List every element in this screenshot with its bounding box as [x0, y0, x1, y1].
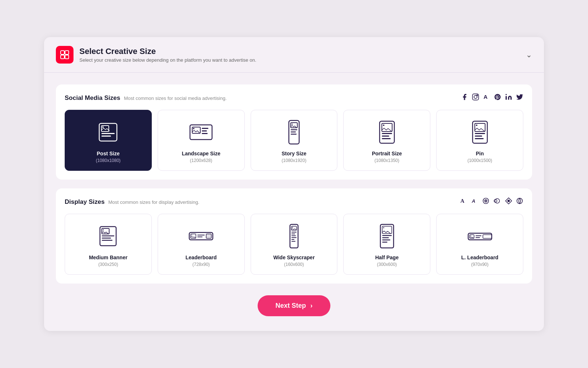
svg-rect-51 — [102, 238, 111, 239]
colombia-icon — [516, 197, 523, 206]
svg-point-44 — [494, 199, 497, 202]
landscape-size-card[interactable]: Landscape Size (1200x628) — [158, 110, 245, 171]
goal-icon — [482, 197, 490, 206]
svg-point-6 — [477, 95, 478, 96]
l-leaderboard-card[interactable]: L. Leaderboard (970x90) — [436, 214, 523, 275]
svg-rect-19 — [202, 133, 208, 134]
svg-point-45 — [508, 200, 510, 202]
svg-rect-57 — [197, 237, 202, 237]
pin-size-icon — [467, 119, 493, 145]
portrait-size-dims: (1080x1350) — [374, 158, 399, 163]
svg-rect-1 — [65, 51, 69, 54]
medium-banner-dims: (300x250) — [98, 262, 118, 267]
half-page-card[interactable]: Half Page (300x600) — [343, 214, 430, 275]
page-title: Select Creative Size — [79, 47, 256, 56]
social-section-subtitle: Most common sizes for social media adver… — [124, 95, 227, 101]
svg-point-5 — [474, 95, 477, 98]
adroll-a2-icon: A — [471, 197, 478, 206]
social-section-title: Social Media Sizes — [65, 94, 120, 102]
header-left: Select Creative Size Select your creativ… — [56, 46, 256, 64]
next-step-label: Next Step — [275, 302, 306, 310]
story-size-dims: (1080x1920) — [282, 158, 306, 163]
display-size-grid: Medium Banner (300x250) — [65, 214, 523, 275]
instagram-icon — [472, 93, 479, 102]
svg-point-11 — [102, 126, 104, 128]
svg-point-78 — [470, 235, 471, 236]
creative-size-icon — [56, 46, 74, 64]
svg-point-46 — [517, 198, 523, 204]
wide-skyscraper-dims: (160x600) — [284, 262, 304, 267]
medium-banner-name: Medium Banner — [89, 255, 128, 260]
svg-rect-17 — [202, 128, 208, 129]
svg-point-62 — [292, 227, 293, 228]
next-step-button[interactable]: Next Step › — [258, 295, 330, 316]
l-leaderboard-name: L. Leaderboard — [461, 255, 498, 260]
next-step-container: Next Step › — [56, 295, 532, 316]
criteo-icon — [493, 197, 501, 206]
wide-skyscraper-icon — [281, 223, 307, 249]
adroll-display-icon: A — [460, 197, 467, 206]
post-size-icon — [95, 119, 121, 145]
display-section-title: Display Sizes — [65, 198, 105, 206]
leaderboard-card[interactable]: Leaderboard (728x90) — [158, 214, 245, 275]
svg-rect-29 — [382, 133, 392, 134]
wide-skyscraper-name: Wide Skyscraper — [273, 255, 315, 260]
svg-rect-21 — [291, 123, 297, 128]
post-size-dims: (1080x1080) — [96, 158, 121, 163]
l-leaderboard-dims: (970x90) — [471, 262, 488, 267]
display-platform-icons: A A — [460, 197, 523, 206]
portrait-size-name: Portrait Size — [372, 151, 402, 156]
social-section-header: Social Media Sizes Most common sizes for… — [65, 93, 523, 102]
post-size-card[interactable]: Post Size (1080x1080) — [65, 110, 152, 171]
svg-text:A: A — [460, 198, 465, 204]
svg-rect-3 — [65, 55, 69, 59]
svg-rect-63 — [291, 232, 297, 232]
svg-point-22 — [291, 124, 293, 125]
svg-point-55 — [191, 235, 192, 235]
linkedin-icon — [505, 93, 512, 102]
svg-rect-75 — [382, 242, 387, 243]
svg-rect-79 — [476, 235, 481, 236]
svg-rect-52 — [102, 240, 112, 241]
landscape-size-dims: (1200x628) — [190, 158, 212, 163]
svg-rect-74 — [382, 239, 390, 241]
portrait-size-card[interactable]: Portrait Size (1080x1350) — [343, 110, 430, 171]
svg-rect-36 — [475, 136, 482, 137]
svg-point-49 — [103, 230, 104, 231]
portrait-size-icon — [374, 119, 400, 145]
social-platform-icons: A — [461, 93, 523, 102]
svg-text:A: A — [484, 94, 488, 100]
svg-rect-72 — [382, 235, 392, 236]
svg-point-71 — [383, 227, 384, 228]
landscape-size-name: Landscape Size — [182, 151, 220, 156]
display-section-header: Display Sizes Most common sizes for disp… — [65, 197, 523, 206]
medium-banner-card[interactable]: Medium Banner (300x250) — [65, 214, 152, 275]
svg-rect-31 — [382, 138, 391, 139]
svg-rect-64 — [291, 234, 295, 234]
pinterest-icon — [494, 93, 501, 102]
svg-rect-24 — [291, 131, 296, 133]
collapse-chevron[interactable]: ⌄ — [526, 50, 532, 59]
svg-point-16 — [193, 128, 194, 129]
next-step-arrow-icon: › — [311, 302, 313, 310]
page-subtitle: Select your creative size below dependin… — [79, 57, 256, 63]
svg-rect-30 — [382, 136, 389, 137]
pin-size-card[interactable]: Pin (1000x1500) — [436, 110, 523, 171]
svg-point-28 — [383, 125, 384, 126]
twitter-icon — [516, 93, 523, 102]
half-page-dims: (300x600) — [377, 262, 397, 267]
social-size-grid: Post Size (1080x1080) — [65, 110, 523, 171]
svg-rect-65 — [291, 235, 296, 236]
half-page-icon — [374, 223, 400, 249]
svg-rect-67 — [291, 239, 294, 240]
svg-rect-35 — [475, 133, 485, 134]
svg-rect-81 — [483, 235, 492, 238]
social-media-section: Social Media Sizes Most common sizes for… — [56, 84, 532, 180]
story-size-card[interactable]: Story Size (1080x1920) — [251, 110, 338, 171]
svg-rect-25 — [291, 134, 297, 135]
svg-rect-56 — [197, 235, 205, 235]
post-size-name: Post Size — [97, 151, 119, 156]
display-title-group: Display Sizes Most common sizes for disp… — [65, 198, 199, 206]
wide-skyscraper-card[interactable]: Wide Skyscraper (160x600) — [251, 214, 338, 275]
leaderboard-icon — [188, 223, 214, 249]
